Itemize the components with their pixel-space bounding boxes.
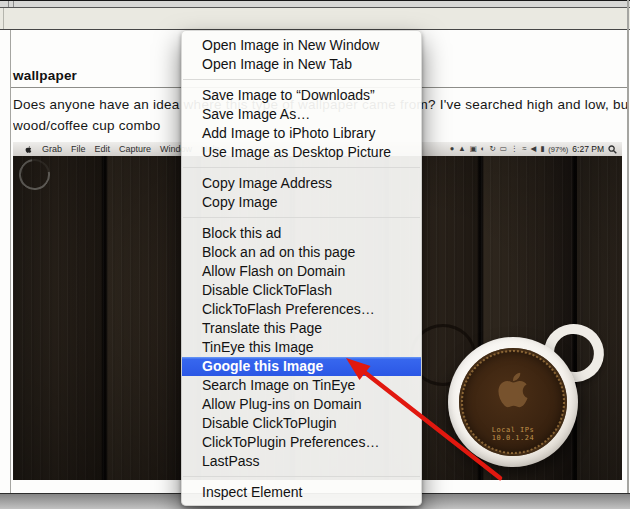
embedded-status-icons: ●▲▣◐↻▭⋮≈◀▮(97%) 6:27 PM — [450, 142, 617, 156]
menu-item-open-image-in-new-tab[interactable]: Open Image in New Tab — [182, 55, 421, 74]
bookmark-bar — [0, 8, 630, 29]
menu-item-google-this-image[interactable]: Google this Image — [182, 357, 421, 376]
menu-item-search-image-on-tineye[interactable]: Search Image on TinEye — [182, 376, 421, 395]
battery-percent: (97%) — [548, 145, 568, 154]
menu-item-lastpass[interactable]: LastPass — [182, 452, 421, 471]
wifi-icon: ≈ — [522, 142, 526, 156]
menu-item-copy-image-address[interactable]: Copy Image Address — [182, 174, 421, 193]
embedded-menu-grab: Grab — [42, 144, 62, 154]
menu-item-disable-clicktoplugin[interactable]: Disable ClickToPlugin — [182, 414, 421, 433]
embedded-menu-capture: Capture — [119, 144, 151, 154]
display-icon: ▭ — [500, 142, 507, 156]
menu-item-disable-clicktoflash[interactable]: Disable ClickToFlash — [182, 281, 421, 300]
coffee-surface: Local IPs 10.0.1.24 — [459, 348, 567, 456]
input-menu-icon: ⋮ — [511, 142, 519, 156]
coffee-text-line1: Local IPs — [459, 426, 567, 434]
apple-logo-foam — [490, 366, 536, 414]
context-menu: Open Image in New WindowOpen Image in Ne… — [181, 30, 422, 506]
menu-separator — [182, 212, 421, 224]
content-left-border — [10, 30, 11, 493]
menu-item-open-image-in-new-window[interactable]: Open Image in New Window — [182, 36, 421, 55]
menu-item-block-an-ad-on-this-page[interactable]: Block an ad on this page — [182, 243, 421, 262]
coffee-text-line2: 10.0.1.24 — [459, 434, 567, 442]
embedded-menu-file: File — [71, 144, 86, 154]
embedded-menu-edit: Edit — [95, 144, 111, 154]
coffee-text: Local IPs 10.0.1.24 — [459, 426, 567, 442]
menu-item-clicktoflash-preferences[interactable]: ClickToFlash Preferences… — [182, 300, 421, 319]
battery-icon: ▮ — [540, 142, 544, 156]
menu-separator — [182, 471, 421, 483]
volume-icon: ◀ — [530, 142, 536, 156]
menu-separator — [182, 162, 421, 174]
menu-item-add-image-to-iphoto-library[interactable]: Add Image to iPhoto Library — [182, 124, 421, 143]
chrome-tick — [3, 8, 4, 29]
coffee-cup: Local IPs 10.0.1.24 — [448, 337, 578, 467]
post-title: wallpaper — [13, 68, 77, 83]
menu-item-translate-this-page[interactable]: Translate this Page — [182, 319, 421, 338]
menubar-clock: 6:27 PM — [572, 144, 604, 154]
clock-status-icon: ◐ — [481, 142, 486, 156]
menu-item-inspect-element[interactable]: Inspect Element — [182, 483, 421, 502]
menu-separator — [182, 74, 421, 86]
apple-icon — [24, 144, 33, 155]
window-right-border — [627, 0, 629, 493]
menu-item-save-image-as[interactable]: Save Image As… — [182, 105, 421, 124]
menu-item-allow-flash-on-domain[interactable]: Allow Flash on Domain — [182, 262, 421, 281]
menu-item-clicktoplugin-preferences[interactable]: ClickToPlugin Preferences… — [182, 433, 421, 452]
menu-item-allow-plug-ins-on-domain[interactable]: Allow Plug-ins on Domain — [182, 395, 421, 414]
spotlight-icon — [608, 145, 617, 154]
grab-app-icon: ▣ — [470, 142, 477, 156]
menu-item-block-this-ad[interactable]: Block this ad — [182, 224, 421, 243]
cup-body: Local IPs 10.0.1.24 — [448, 337, 578, 467]
menu-item-use-image-as-desktop-picture[interactable]: Use Image as Desktop Picture — [182, 143, 421, 162]
menu-item-tineye-this-image[interactable]: TinEye this Image — [182, 338, 421, 357]
alert-icon: ▲ — [458, 142, 465, 156]
sync-icon: ↻ — [489, 142, 495, 156]
ring-watermark — [13, 153, 56, 196]
menu-item-save-image-to-downloads[interactable]: Save Image to “Downloads” — [182, 86, 421, 105]
app-status-icon: ● — [450, 142, 455, 156]
menu-item-copy-image[interactable]: Copy Image — [182, 193, 421, 212]
